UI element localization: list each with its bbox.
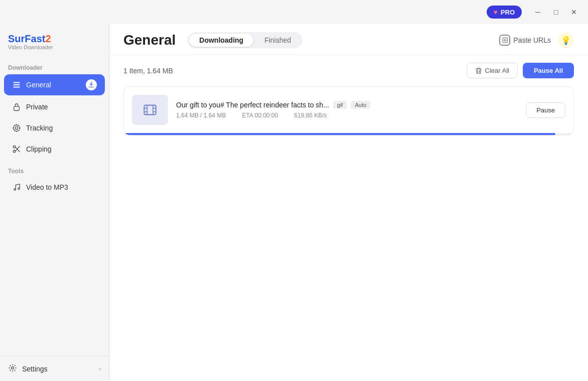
tools-section: Tools Video to MP3 — [0, 164, 109, 198]
svg-point-11 — [14, 189, 16, 191]
trash-icon — [475, 67, 482, 74]
toolbar-right: Clear All Pause All — [467, 63, 574, 78]
svg-point-12 — [18, 188, 20, 190]
download-title-row: Our gift to you# The perfect reindeer fa… — [176, 101, 518, 109]
sidebar-general-label: General — [26, 81, 51, 89]
app-logo: SurFast2 Video Downloader — [0, 24, 109, 60]
download-meta: 1.64 MB / 1.64 MB ETA 00:00:00 619.86 KB… — [176, 112, 518, 119]
svg-point-13 — [12, 367, 14, 369]
download-speed: 619.86 KB/s — [294, 112, 327, 119]
heart-icon: ♥ — [494, 8, 498, 16]
main-header: General Downloading Finished ⊞ Paste URL… — [109, 24, 588, 55]
sidebar-item-general[interactable]: General — [4, 74, 105, 95]
clear-all-button[interactable]: Clear All — [467, 63, 518, 78]
video-to-mp3-label: Video to MP3 — [26, 183, 68, 191]
tab-group: Downloading Finished — [188, 32, 303, 48]
svg-rect-14 — [144, 105, 156, 115]
header-actions: ⊞ Paste URLs 💡 — [499, 32, 574, 48]
download-badge — [86, 79, 97, 90]
pause-all-button[interactable]: Pause All — [523, 63, 574, 78]
download-info: Our gift to you# The perfect reindeer fa… — [176, 101, 518, 119]
tab-downloading[interactable]: Downloading — [189, 34, 253, 47]
svg-point-7 — [13, 146, 16, 148]
sidebar-footer: Settings › — [0, 356, 109, 381]
svg-point-2 — [15, 126, 18, 129]
svg-line-10 — [19, 151, 20, 152]
sidebar-item-clipping[interactable]: Clipping — [4, 140, 105, 159]
tools-label: Tools — [0, 164, 109, 177]
clear-all-label: Clear All — [485, 67, 509, 74]
theme-toggle-button[interactable]: 💡 — [558, 32, 574, 48]
download-list: Our gift to you# The perfect reindeer fa… — [109, 86, 588, 381]
sidebar: SurFast2 Video Downloader Downloader Gen… — [0, 0, 109, 381]
film-icon — [143, 103, 157, 117]
sidebar-item-video-to-mp3[interactable]: Video to MP3 — [4, 178, 105, 197]
title-bar: ♥ PRO ─ □ ✕ — [0, 0, 588, 24]
sidebar-item-private[interactable]: Private — [4, 97, 105, 116]
paste-urls-button[interactable]: ⊞ Paste URLs — [499, 35, 551, 46]
tab-finished[interactable]: Finished — [254, 34, 301, 47]
clipping-icon — [12, 145, 21, 154]
minimize-button[interactable]: ─ — [530, 5, 546, 19]
tracking-icon — [12, 123, 21, 133]
theme-icon: 💡 — [561, 36, 571, 45]
settings-chevron: › — [99, 365, 101, 372]
plus-icon: ⊞ — [499, 35, 510, 46]
download-thumbnail — [132, 95, 168, 125]
logo-subtitle: Video Downloader — [8, 44, 101, 50]
progress-bar-container — [124, 133, 573, 135]
sidebar-clipping-label: Clipping — [26, 145, 52, 153]
svg-point-8 — [13, 150, 16, 153]
download-eta: ETA 00:00:00 — [242, 112, 278, 119]
window-controls: ─ □ ✕ — [530, 5, 582, 19]
pro-button[interactable]: ♥ PRO — [487, 6, 522, 19]
svg-rect-0 — [14, 106, 20, 110]
pro-label: PRO — [501, 9, 515, 16]
svg-line-9 — [19, 147, 20, 148]
download-title: Our gift to you# The perfect reindeer fa… — [176, 101, 329, 109]
svg-point-1 — [14, 125, 20, 132]
content-toolbar: 1 Item, 1.64 MB Clear All Pause All — [109, 55, 588, 86]
main-content: General Downloading Finished ⊞ Paste URL… — [109, 0, 588, 381]
item-count: 1 Item, 1.64 MB — [123, 67, 173, 75]
logo-text: SurFast2 — [8, 33, 101, 44]
maximize-button[interactable]: □ — [548, 5, 564, 19]
sidebar-tracking-label: Tracking — [26, 124, 53, 132]
download-item-inner: Our gift to you# The perfect reindeer fa… — [124, 87, 573, 133]
settings-icon — [8, 363, 17, 374]
sidebar-private-label: Private — [26, 103, 48, 111]
close-button[interactable]: ✕ — [566, 5, 582, 19]
paste-urls-label: Paste URLs — [513, 36, 551, 44]
tag-gif: gif — [333, 101, 347, 109]
music-icon — [12, 183, 21, 192]
tag-auto: Auto — [351, 101, 370, 109]
private-icon — [12, 102, 21, 111]
downloader-label: Downloader — [0, 60, 109, 73]
page-title: General — [123, 32, 176, 48]
settings-label: Settings — [22, 365, 48, 373]
download-item: Our gift to you# The perfect reindeer fa… — [123, 86, 574, 136]
pause-button[interactable]: Pause — [526, 102, 565, 118]
progress-bar-fill — [124, 133, 555, 135]
sidebar-item-tracking[interactable]: Tracking — [4, 118, 105, 138]
settings-item[interactable]: Settings › — [0, 356, 109, 381]
general-icon — [12, 80, 21, 89]
download-size: 1.64 MB / 1.64 MB — [176, 112, 226, 119]
